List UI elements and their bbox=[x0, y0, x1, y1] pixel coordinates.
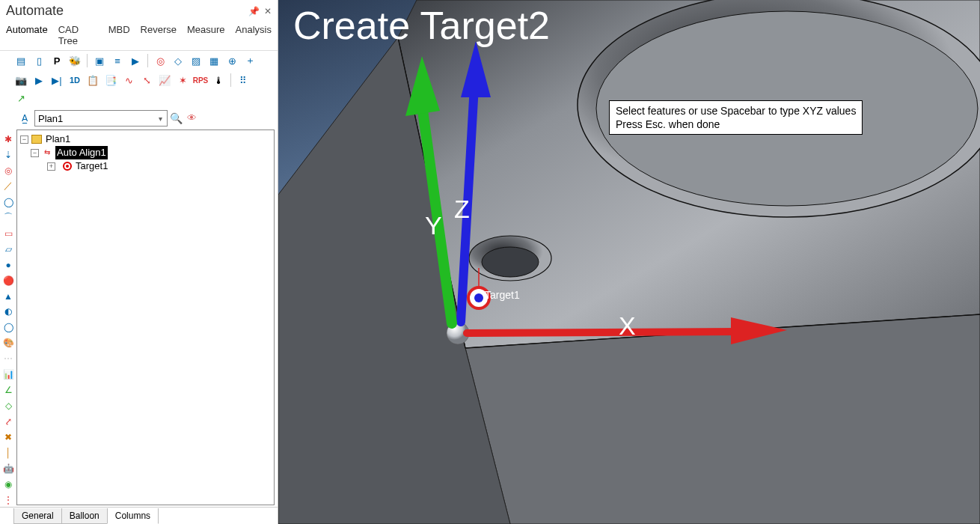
vt-line-icon[interactable]: ／ bbox=[1, 180, 15, 193]
tree-node-auto-align1[interactable]: − ⇆ Auto Align1 bbox=[20, 146, 271, 159]
separator bbox=[147, 54, 148, 67]
pin-icon[interactable]: 📌 bbox=[248, 6, 260, 16]
svg-line-10 bbox=[467, 332, 738, 333]
toolbar-row-1: ▤ ▯ P 🐝 ▣ ≡ ▶ ◎ ◇ ▨ ▦ ⊕ ＋ bbox=[0, 51, 278, 70]
vt-torus-icon[interactable]: ◐ bbox=[1, 305, 15, 318]
vt-cross-icon[interactable]: ✖ bbox=[1, 430, 15, 444]
svg-marker-1 bbox=[465, 314, 980, 524]
vt-chart-icon[interactable]: 📊 bbox=[1, 368, 15, 381]
plan-tree[interactable]: − Plan1 − ⇆ Auto Align1 + Target1 bbox=[16, 130, 275, 505]
axis-label-y: Y bbox=[425, 211, 442, 240]
vt-gauge-icon[interactable]: ◉ bbox=[1, 478, 15, 491]
tool-point-icon[interactable]: ✶ bbox=[175, 73, 190, 88]
search-icon[interactable]: 🔍 bbox=[170, 112, 183, 124]
panel-tabs: Automate CAD Tree MBD Reverse Measure An… bbox=[0, 20, 278, 51]
cad-scene bbox=[278, 0, 980, 524]
tool-1d-icon[interactable]: 1D bbox=[67, 73, 82, 88]
vertical-toolbar: ✱ ⇣ ◎ ／ ◯ ⌒ ▭ ▱ ● 🔴 ▲ ◐ ◯ 🎨 ⋯ 📊 ∠ ◇ ⤤ ✖ bbox=[0, 130, 16, 507]
tool-hatch-icon[interactable]: ▨ bbox=[189, 53, 203, 68]
vt-surface-icon[interactable]: 🎨 bbox=[1, 336, 15, 350]
tab-mbd[interactable]: MBD bbox=[108, 22, 130, 49]
svg-point-18 bbox=[474, 293, 483, 302]
tool-camera-icon[interactable]: 📷 bbox=[13, 73, 28, 88]
folder-icon bbox=[31, 135, 42, 144]
tree-node-plan1[interactable]: − Plan1 bbox=[20, 132, 271, 146]
tool-probe-icon[interactable]: 🐝 bbox=[67, 53, 82, 68]
tab-analysis[interactable]: Analysis bbox=[236, 22, 272, 49]
separator bbox=[230, 73, 231, 87]
expand-icon[interactable]: + bbox=[47, 162, 55, 171]
vt-diamond-icon[interactable]: ◇ bbox=[1, 399, 15, 412]
tool-graph-icon[interactable]: 📈 bbox=[157, 73, 172, 88]
plan-select[interactable] bbox=[34, 110, 168, 127]
filter-icon[interactable]: 👁 bbox=[187, 112, 197, 124]
vt-circle-icon[interactable]: ◯ bbox=[1, 195, 15, 209]
tab-measure[interactable]: Measure bbox=[187, 22, 225, 49]
tool-plus-icon[interactable]: ＋ bbox=[242, 53, 257, 68]
toolbar-row-2: 📷 ▶ ▶| 1D 📋 📑 ∿ ⤡ 📈 ✶ RPS 🌡 ⠿ ↗ bbox=[0, 70, 278, 108]
axis-label-x: X bbox=[619, 311, 636, 341]
target1-label: Target1 bbox=[485, 289, 520, 301]
btab-columns[interactable]: Columns bbox=[107, 508, 159, 524]
viewport-title: Create Target2 bbox=[293, 3, 550, 48]
panel-header: Automate 📌 ✕ bbox=[0, 0, 278, 20]
tool-xy-icon[interactable]: ⤡ bbox=[139, 73, 154, 88]
separator bbox=[87, 54, 88, 67]
vt-more-icon[interactable]: ⋮ bbox=[1, 493, 15, 507]
tool-log-icon[interactable]: 📋 bbox=[85, 73, 100, 88]
expand-icon[interactable]: − bbox=[31, 149, 39, 157]
expand-icon[interactable]: − bbox=[20, 135, 28, 144]
vt-probe-icon[interactable]: ⇣ bbox=[1, 148, 15, 162]
align-icon: ⇆ bbox=[42, 148, 52, 158]
vt-arc-icon[interactable]: ⌒ bbox=[1, 211, 15, 225]
svg-point-6 bbox=[482, 247, 539, 277]
tree-label: Auto Align1 bbox=[55, 146, 108, 159]
hint-line-2: Press Esc. when done bbox=[616, 118, 856, 131]
tool-tag-icon[interactable]: ◇ bbox=[171, 53, 186, 68]
vt-cylinder-icon[interactable]: 🔴 bbox=[1, 274, 15, 287]
tree-node-target1[interactable]: + Target1 bbox=[20, 159, 271, 173]
vt-sphere-icon[interactable]: ● bbox=[1, 258, 15, 272]
tool-doc-icon[interactable]: ▯ bbox=[31, 53, 46, 68]
tool-rps-icon[interactable]: RPS bbox=[193, 73, 208, 88]
tool-play-icon[interactable]: ▶ bbox=[128, 53, 143, 68]
vt-robot-icon[interactable]: 🤖 bbox=[1, 462, 15, 475]
bottom-tabs: General Balloon Columns bbox=[0, 507, 278, 524]
btab-balloon[interactable]: Balloon bbox=[61, 508, 108, 524]
vt-bar-icon[interactable]: │ bbox=[1, 446, 15, 460]
tool-aim-icon[interactable]: ⊕ bbox=[224, 53, 239, 68]
btab-general[interactable]: General bbox=[13, 508, 62, 524]
tool-arrow-icon[interactable]: ↗ bbox=[13, 91, 28, 106]
search-row: A̲ ▾ 🔍 👁 bbox=[0, 108, 278, 130]
tool-list-icon[interactable]: ▤ bbox=[13, 53, 28, 68]
vt-slot-icon[interactable]: ▱ bbox=[1, 243, 15, 256]
3d-viewport[interactable]: Create Target2 Select features or use Sp… bbox=[278, 0, 980, 524]
search-prefix-icon[interactable]: A̲ bbox=[18, 112, 31, 125]
tool-play2-icon[interactable]: ▶ bbox=[31, 73, 46, 88]
vt-angle-icon[interactable]: ∠ bbox=[1, 383, 15, 397]
vt-rect-icon[interactable]: ▭ bbox=[1, 227, 15, 240]
tool-target-icon[interactable]: ◎ bbox=[153, 53, 168, 68]
tool-curve-icon[interactable]: ∿ bbox=[121, 73, 136, 88]
tab-reverse[interactable]: Reverse bbox=[141, 22, 177, 49]
tab-cad-tree[interactable]: CAD Tree bbox=[58, 22, 98, 49]
tab-automate[interactable]: Automate bbox=[6, 22, 48, 49]
tool-next-icon[interactable]: ▶| bbox=[49, 73, 64, 88]
close-icon[interactable]: ✕ bbox=[264, 6, 272, 16]
vt-ring-icon[interactable]: ◯ bbox=[1, 320, 15, 334]
tool-p-icon[interactable]: P bbox=[49, 53, 64, 68]
vt-target-icon[interactable]: ◎ bbox=[1, 164, 15, 177]
tool-lines-icon[interactable]: ≡ bbox=[110, 53, 125, 68]
vt-divider: ⋯ bbox=[1, 352, 15, 365]
vt-point-icon[interactable]: ✱ bbox=[1, 132, 15, 146]
panel-title: Automate bbox=[6, 3, 64, 19]
vt-ray-icon[interactable]: ⤤ bbox=[1, 415, 15, 428]
hint-line-1: Select features or use Spacebar to type … bbox=[616, 104, 856, 118]
tool-pattern-icon[interactable]: ▦ bbox=[206, 53, 221, 68]
vt-cone-icon[interactable]: ▲ bbox=[1, 290, 15, 303]
tool-page-icon[interactable]: ▣ bbox=[92, 53, 107, 68]
tool-grid-icon[interactable]: ⠿ bbox=[236, 73, 251, 88]
tool-clip-icon[interactable]: 📑 bbox=[103, 73, 118, 88]
tool-temperature-icon[interactable]: 🌡 bbox=[211, 73, 226, 88]
automate-panel: Automate 📌 ✕ Automate CAD Tree MBD Rever… bbox=[0, 0, 278, 524]
